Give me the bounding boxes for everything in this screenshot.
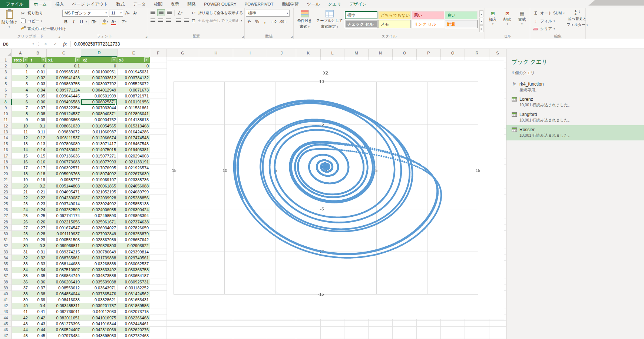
cell-D27[interactable]: 0.02498593: [81, 213, 118, 219]
cell-C36[interactable]: 0.087510907: [47, 267, 81, 273]
cell-F25[interactable]: [150, 201, 166, 207]
cell-B27[interactable]: 0.25: [29, 213, 47, 219]
gallery-scroll-up-button[interactable]: ▴: [479, 10, 483, 17]
ribbon-tab[interactable]: 校閲: [150, 0, 166, 8]
cell-D22[interactable]: 0.020061865: [81, 183, 118, 189]
filter-button[interactable]: ▾: [41, 57, 46, 62]
cell-E12[interactable]: 0.015313468: [118, 123, 150, 129]
cell-H45[interactable]: [199, 321, 233, 327]
currency-format-button[interactable]: ¥▾: [246, 18, 253, 25]
row-header-17[interactable]: 17: [0, 153, 12, 159]
cell-M47[interactable]: [344, 333, 369, 339]
cell-A43[interactable]: 41: [12, 309, 29, 315]
format-cells-button[interactable]: ▦ 書式 ▾: [515, 9, 529, 33]
cell-F10[interactable]: [150, 111, 166, 117]
row-header-44[interactable]: 44: [0, 315, 12, 321]
cell-F44[interactable]: [150, 315, 166, 321]
borders-button[interactable]: ⊞▾: [90, 19, 98, 26]
cell-B19[interactable]: 0.17: [29, 165, 47, 171]
cell-D13[interactable]: 0.011060987: [81, 129, 118, 135]
cell-D23[interactable]: 0.021052195: [81, 189, 118, 195]
cell-E34[interactable]: 0.029740561: [118, 255, 150, 261]
cell-B9[interactable]: 0.07: [29, 105, 47, 111]
cell-E46[interactable]: 0.032620276: [118, 327, 150, 333]
column-header-H[interactable]: H: [199, 49, 233, 57]
row-header-26[interactable]: 26: [0, 207, 12, 213]
ribbon-tab[interactable]: 数式: [112, 0, 129, 8]
cell-D39[interactable]: 0.03643971: [81, 285, 118, 291]
cell-E7[interactable]: 0.008721971: [118, 93, 150, 99]
cell-F24[interactable]: [150, 195, 166, 201]
cell-F13[interactable]: [150, 129, 166, 135]
conditional-formatting-button[interactable]: 条件付き 書式 ▾: [295, 9, 314, 33]
row-header-28[interactable]: 28: [0, 219, 12, 225]
cell-C13[interactable]: 0.09839672: [47, 129, 81, 135]
cell-D47[interactable]: 0.043698033: [81, 333, 118, 339]
cell-D37[interactable]: 0.034573588: [81, 273, 118, 279]
cell-A44[interactable]: 42: [12, 315, 29, 321]
column-header-C[interactable]: C: [47, 49, 81, 57]
cell-F28[interactable]: [150, 219, 166, 225]
number-dialog-launcher[interactable]: ◢: [291, 35, 293, 38]
cell-E38[interactable]: 0.030925731: [118, 279, 150, 285]
cell-B29[interactable]: 0.27: [29, 225, 47, 231]
ribbon-tab[interactable]: 機械学習: [278, 0, 303, 8]
underline-button[interactable]: U: [78, 19, 85, 26]
cell-A24[interactable]: 22: [12, 195, 29, 201]
cell-H46[interactable]: [199, 327, 233, 333]
cell-C32[interactable]: 0.089969511: [47, 243, 81, 249]
cell-C25[interactable]: 0.093749014: [47, 201, 81, 207]
cell-E41[interactable]: 0.031653431: [118, 297, 150, 303]
cell-A27[interactable]: 25: [12, 213, 29, 219]
row-header-43[interactable]: 43: [0, 309, 12, 315]
cell-E10[interactable]: 0.012896041: [118, 111, 150, 117]
cell-D9[interactable]: 0.007033044: [81, 105, 118, 111]
cell-F12[interactable]: [150, 123, 166, 129]
cell-D3[interactable]: 0.001000951: [81, 69, 118, 75]
cell-B4[interactable]: 0.02: [29, 75, 47, 81]
cell-A11[interactable]: 9: [12, 117, 29, 123]
cell-C4[interactable]: 0.099941428: [47, 75, 81, 81]
cell-C46[interactable]: 0.080524407: [47, 327, 81, 333]
cell-E26[interactable]: 0.026390424: [118, 207, 150, 213]
cell-F8[interactable]: [150, 99, 166, 105]
row-header-23[interactable]: 23: [0, 189, 12, 195]
cell-A12[interactable]: 10: [12, 123, 29, 129]
cell-L45[interactable]: [321, 321, 344, 327]
row-header-47[interactable]: 47: [0, 333, 12, 339]
column-header-D[interactable]: D: [81, 49, 118, 57]
row-header-4[interactable]: 4: [0, 75, 12, 81]
cell-A15[interactable]: 13: [12, 141, 29, 147]
cell-A38[interactable]: 36: [12, 279, 29, 285]
clear-button[interactable]: クリア▾: [531, 25, 566, 33]
cell-D10[interactable]: 0.008040371: [81, 111, 118, 117]
cell-J46[interactable]: [267, 327, 296, 333]
cell-J47[interactable]: [267, 333, 296, 339]
fill-handle[interactable]: [115, 103, 117, 105]
cell-E36[interactable]: 0.030366758: [118, 267, 150, 273]
filter-button[interactable]: ▾: [23, 57, 28, 62]
cell-A19[interactable]: 17: [12, 165, 29, 171]
cell-B34[interactable]: 0.32: [29, 255, 47, 261]
align-bottom-button[interactable]: [166, 9, 173, 16]
cell-C6[interactable]: 0.099771124: [47, 87, 81, 93]
cell-C18[interactable]: 0.096773683: [47, 159, 81, 165]
cell-D7[interactable]: 0.00501909: [81, 93, 118, 99]
cell-B16[interactable]: 0.14: [29, 147, 47, 153]
align-center-button[interactable]: [157, 17, 164, 24]
cell-I46[interactable]: [233, 327, 267, 333]
table-header-x3[interactable]: x3▾: [118, 57, 150, 63]
cell-P45[interactable]: [417, 321, 441, 327]
italic-button[interactable]: I: [70, 19, 77, 26]
row-header-22[interactable]: 22: [0, 183, 12, 189]
cell-style-normal[interactable]: 標準: [345, 11, 377, 19]
row-header-36[interactable]: 36: [0, 267, 12, 273]
cell-D21[interactable]: 0.019069107: [81, 177, 118, 183]
column-header-F[interactable]: F: [150, 49, 166, 57]
cell-F2[interactable]: [150, 63, 166, 69]
cell-R46[interactable]: [465, 327, 489, 333]
cell-C39[interactable]: 0.08553612: [47, 285, 81, 291]
cell-D6[interactable]: 0.004012949: [81, 87, 118, 93]
cell-A37[interactable]: 35: [12, 273, 29, 279]
cell-S45[interactable]: [489, 321, 506, 327]
